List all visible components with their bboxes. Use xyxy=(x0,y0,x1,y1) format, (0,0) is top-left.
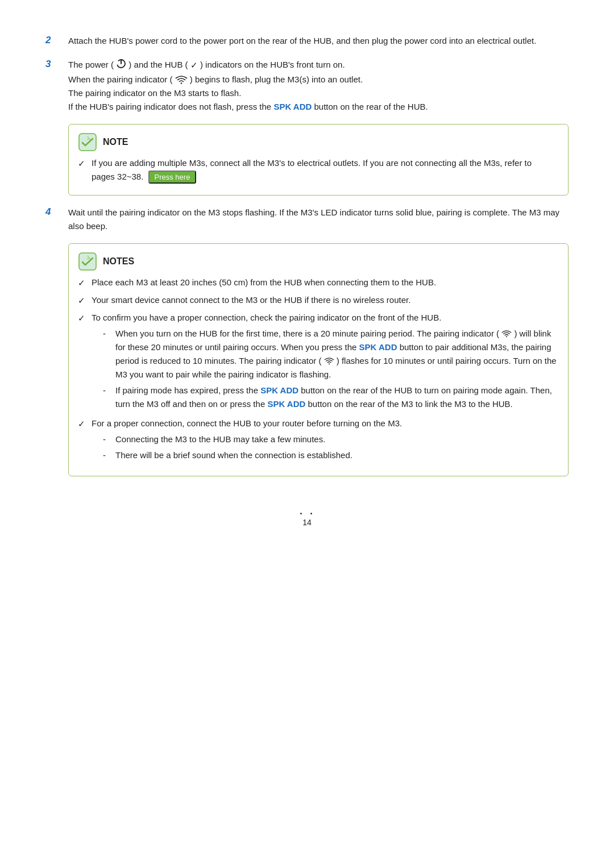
sub-item-3-2: - If pairing mode has expired, press the… xyxy=(103,384,557,411)
notes-item-4-wrap: For a proper connection, connect the HUB… xyxy=(92,417,402,464)
sub-item-3-1-text: When you turn on the HUB for the first t… xyxy=(115,327,557,381)
step-4-content: Wait until the pairing indicator on the … xyxy=(68,206,569,233)
spk-add-label-1: SPK ADD xyxy=(273,102,312,111)
checkmark-n4: ✓ xyxy=(78,417,87,464)
step-3-line3: The pairing indicator on the M3 starts t… xyxy=(68,88,241,98)
page-footer: • • 14 xyxy=(45,510,569,527)
notes-item-2: ✓ Your smart device cannot connect to th… xyxy=(78,293,557,308)
step-3: 3 The power ( ) and the HUB ( ✓ ) indica… xyxy=(45,58,569,114)
sub-item-4-2-text: There will be a brief sound when the con… xyxy=(115,448,352,462)
sub-item-4-1: - Connecting the M3 to the HUB may take … xyxy=(103,433,402,446)
hub-icon: ✓ xyxy=(190,59,198,72)
sub-item-3-2-text: If pairing mode has expired, press the S… xyxy=(115,384,557,411)
step-2-number: 2 xyxy=(45,34,58,48)
wifi-icon-1 xyxy=(175,74,190,84)
press-here-button[interactable]: Press here xyxy=(148,171,197,184)
checkmark-n1: ✓ xyxy=(78,276,87,290)
notes-list-2: ✓ Place each M3 at least 20 inches (50 c… xyxy=(78,276,557,464)
sub-item-3-1: - When you turn on the HUB for the first… xyxy=(103,327,557,381)
step-4-number: 4 xyxy=(45,206,58,233)
step-3-line2: When the pairing indicator ( ) begins to… xyxy=(68,74,363,84)
spk-add-label-2: SPK ADD xyxy=(359,342,397,352)
notes-item-3-sub: - When you turn on the HUB for the first… xyxy=(92,327,557,411)
page-number: 14 xyxy=(45,518,569,527)
step-3-line1: The power ( ) and the HUB ( ✓ ) indicato… xyxy=(68,60,345,69)
note-item-1: ✓ If you are adding multiple M3s, connec… xyxy=(78,156,557,184)
note-title-1: NOTE xyxy=(103,137,128,147)
notes-item-2-text: Your smart device cannot connect to the … xyxy=(92,293,410,308)
dash-3-2: - xyxy=(103,384,111,411)
sub-item-4-2: - There will be a brief sound when the c… xyxy=(103,448,402,462)
step-2-content: Attach the HUB's power cord to the power… xyxy=(68,34,569,48)
notes-title-2: NOTES xyxy=(103,256,134,267)
note-icon-1 xyxy=(78,132,97,152)
notes-icon-2 xyxy=(78,252,97,271)
notes-item-4-sub: - Connecting the M3 to the HUB may take … xyxy=(92,433,402,462)
checkmark-n3: ✓ xyxy=(78,312,87,413)
notes-item-3-wrap: To confirm you have a proper connection,… xyxy=(92,311,557,413)
checkmark-n2: ✓ xyxy=(78,294,87,308)
spk-add-label-3: SPK ADD xyxy=(260,385,298,395)
checkmark-1: ✓ xyxy=(78,157,87,184)
notes-item-1: ✓ Place each M3 at least 20 inches (50 c… xyxy=(78,276,557,290)
step-2: 2 Attach the HUB's power cord to the pow… xyxy=(45,34,569,48)
notes-item-3-text: To confirm you have a proper connection,… xyxy=(92,313,441,322)
notes-header-2: NOTES xyxy=(78,252,557,271)
spk-add-label-4: SPK ADD xyxy=(267,399,305,409)
note-box-1: NOTE ✓ If you are adding multiple M3s, c… xyxy=(68,124,569,196)
step-3-content: The power ( ) and the HUB ( ✓ ) indicato… xyxy=(68,58,569,114)
dash-4-2: - xyxy=(103,448,111,462)
step-4: 4 Wait until the pairing indicator on th… xyxy=(45,206,569,233)
note-header-1: NOTE xyxy=(78,132,557,152)
note-list-1: ✓ If you are adding multiple M3s, connec… xyxy=(78,156,557,184)
notes-item-1-text: Place each M3 at least 20 inches (50 cm)… xyxy=(92,276,436,290)
wifi-icon-3 xyxy=(324,358,334,366)
notes-item-4-text: For a proper connection, connect the HUB… xyxy=(92,418,402,428)
dash-4-1: - xyxy=(103,433,111,446)
wifi-icon-2 xyxy=(501,330,512,339)
page-dots: • • xyxy=(45,510,569,517)
sub-item-4-1-text: Connecting the M3 to the HUB may take a … xyxy=(115,433,325,446)
step-3-line4: If the HUB's pairing indicator does not … xyxy=(68,102,428,111)
notes-item-3: ✓ To confirm you have a proper connectio… xyxy=(78,311,557,413)
note-item-1-text: If you are adding multiple M3s, connect … xyxy=(92,156,557,184)
step-3-number: 3 xyxy=(45,58,58,114)
power-icon xyxy=(116,59,126,73)
notes-box-2: NOTES ✓ Place each M3 at least 20 inches… xyxy=(68,243,569,476)
notes-item-4: ✓ For a proper connection, connect the H… xyxy=(78,417,557,464)
dash-3-1: - xyxy=(103,327,111,381)
